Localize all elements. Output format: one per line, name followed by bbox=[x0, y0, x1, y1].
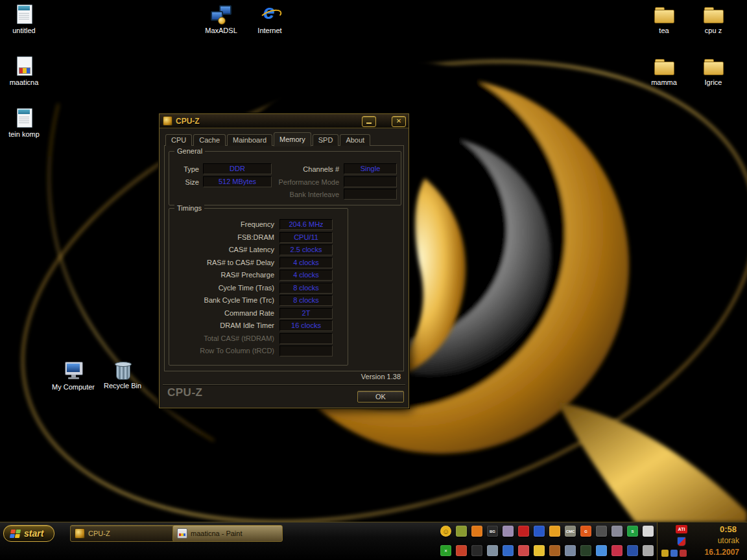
timing-row: RAS# to CAS# Delay 4 clocks bbox=[169, 257, 348, 270]
type-value: DDR bbox=[203, 163, 272, 174]
desktop-icon-recycle-bin[interactable]: Recycle Bin bbox=[98, 359, 147, 390]
timing-row: Command Rate 2T bbox=[169, 307, 348, 320]
tray-icon[interactable] bbox=[487, 545, 498, 556]
tray-icon[interactable] bbox=[549, 545, 560, 556]
performance-mode-value bbox=[344, 176, 397, 187]
desktop-icon-untitled[interactable]: untitled bbox=[0, 4, 49, 35]
cpuz-titlebar[interactable]: CPU-Z ✕ bbox=[160, 114, 409, 128]
memory-tab-panel: General Type DDR Size 512 MBytes Channel… bbox=[164, 145, 404, 371]
minimize-icon bbox=[366, 122, 372, 124]
tray-icon[interactable]: ✕ bbox=[440, 545, 451, 556]
tray-icon[interactable] bbox=[503, 545, 514, 556]
timing-value: 8 clocks bbox=[279, 295, 333, 306]
tab-cache[interactable]: Cache bbox=[193, 134, 226, 146]
timings-groupbox: Timings Frequency 204.6 MHz FSB:DRAM CPU… bbox=[169, 208, 348, 366]
tray-mini-icon[interactable] bbox=[680, 550, 687, 557]
network-connection-icon bbox=[210, 4, 232, 25]
version-text: Version 1.38 bbox=[361, 373, 401, 380]
tray-icon[interactable] bbox=[503, 526, 514, 537]
start-button[interactable]: start bbox=[3, 525, 54, 542]
close-icon: ✕ bbox=[392, 117, 405, 126]
clock-tray[interactable]: ATI 0:58 utorak 16.1.2007 bbox=[657, 522, 747, 560]
tray-icon[interactable] bbox=[518, 545, 529, 556]
general-legend: General bbox=[174, 147, 205, 155]
desktop-icon-cpu-z[interactable]: cpu z bbox=[689, 4, 738, 35]
tray-row-top: ☺BGCMCGS bbox=[440, 526, 654, 537]
folder-icon bbox=[653, 4, 675, 25]
desktop-icon-label: Recycle Bin bbox=[98, 382, 147, 390]
tray-icon[interactable] bbox=[596, 545, 607, 556]
timing-value: 2.5 clocks bbox=[279, 244, 333, 255]
timing-label: RAS# to CAS# Delay bbox=[169, 259, 274, 267]
ok-button[interactable]: OK bbox=[357, 391, 404, 402]
tray-icon[interactable]: BG bbox=[487, 526, 498, 537]
tray-icon[interactable] bbox=[456, 526, 467, 537]
timing-value: 2T bbox=[279, 308, 333, 319]
desktop-icon-label: mamma bbox=[639, 78, 689, 87]
tray-icon[interactable]: ☺ bbox=[440, 526, 451, 537]
tray-mini-icon[interactable] bbox=[661, 550, 669, 557]
tray-icon[interactable] bbox=[596, 526, 607, 537]
minimize-button[interactable] bbox=[362, 116, 376, 127]
tray-icon[interactable] bbox=[456, 545, 467, 556]
desktop-icon-label: cpu z bbox=[689, 27, 738, 35]
timing-row: RAS# Precharge 4 clocks bbox=[169, 269, 348, 282]
shield-tray-icon[interactable] bbox=[677, 537, 686, 546]
tray-row-bottom: ✕ bbox=[440, 545, 654, 556]
ati-tray-icon[interactable]: ATI bbox=[676, 525, 687, 533]
tray-icon[interactable] bbox=[627, 545, 638, 556]
desktop-icon-label: tea bbox=[639, 27, 689, 35]
start-button-label: start bbox=[24, 528, 43, 539]
taskbar-task-cpuz[interactable]: CPU-Z bbox=[70, 525, 178, 542]
tray-icon[interactable] bbox=[611, 526, 622, 537]
timing-label: Bank Cycle Time (Trc) bbox=[169, 296, 274, 305]
channels-value: Single bbox=[344, 163, 397, 174]
tab-cpu[interactable]: CPU bbox=[165, 134, 192, 146]
tray-mini-icon[interactable] bbox=[670, 550, 678, 557]
timing-row: Frequency 204.6 MHz bbox=[169, 218, 348, 231]
channels-label: Channels # bbox=[273, 165, 339, 174]
tab-spd[interactable]: SPD bbox=[313, 134, 339, 146]
taskbar-task-paint[interactable]: maaticna - Paint bbox=[172, 525, 283, 542]
desktop-icon-maaticna[interactable]: maaticna bbox=[0, 56, 49, 87]
desktop-icon-tein-komp[interactable]: tein komp bbox=[0, 108, 49, 139]
tray-icon[interactable] bbox=[471, 526, 482, 537]
desktop-icon-igrice[interactable]: Igrice bbox=[689, 56, 738, 87]
desktop-icon-mamma[interactable]: mamma bbox=[639, 56, 689, 87]
tray-icon[interactable] bbox=[549, 526, 560, 537]
desktop-icon-my-computer[interactable]: My Computer bbox=[49, 360, 98, 391]
timing-row: CAS# Latency 2.5 clocks bbox=[169, 244, 348, 257]
desktop-icon-internet[interactable]: e Internet bbox=[245, 4, 294, 35]
tray-icon[interactable] bbox=[534, 545, 545, 556]
tray-icon[interactable]: S bbox=[627, 526, 638, 537]
tab-mainboard[interactable]: Mainboard bbox=[227, 134, 272, 146]
my-computer-icon bbox=[62, 360, 84, 381]
tray-icon[interactable] bbox=[471, 545, 482, 556]
close-button[interactable]: ✕ bbox=[392, 116, 406, 127]
cpuz-logo-text: CPU-Z bbox=[167, 386, 202, 399]
tray-icon[interactable] bbox=[518, 526, 529, 537]
timing-label: Frequency bbox=[169, 220, 274, 229]
tray-icon[interactable]: G bbox=[580, 526, 591, 537]
cpuz-task-icon bbox=[75, 528, 85, 539]
desktop-icon-tea[interactable]: tea bbox=[639, 4, 689, 35]
tray-icon[interactable] bbox=[643, 526, 654, 537]
bank-interleave-label: Bank Interleave bbox=[273, 191, 339, 199]
tray-icon[interactable] bbox=[534, 526, 545, 537]
bottom-separator bbox=[163, 384, 405, 385]
tray-icon[interactable]: CMC bbox=[565, 526, 576, 537]
tab-about[interactable]: About bbox=[340, 134, 370, 146]
task-button-label: maaticna - Paint bbox=[191, 530, 242, 537]
tab-memory[interactable]: Memory bbox=[274, 132, 311, 146]
tray-icon[interactable] bbox=[565, 545, 576, 556]
internet-explorer-icon: e bbox=[259, 4, 281, 25]
timing-value bbox=[279, 333, 333, 344]
size-label: Size bbox=[169, 178, 199, 187]
tray-icon[interactable] bbox=[580, 545, 591, 556]
desktop-icon-maxadsl[interactable]: MaxADSL bbox=[196, 4, 246, 35]
timing-label: Row To Column (tRCD) bbox=[169, 347, 274, 355]
timing-label: CAS# Latency bbox=[169, 246, 274, 254]
performance-mode-label: Performance Mode bbox=[273, 178, 339, 187]
tray-icon[interactable] bbox=[611, 545, 622, 556]
tray-icon[interactable] bbox=[643, 545, 654, 556]
